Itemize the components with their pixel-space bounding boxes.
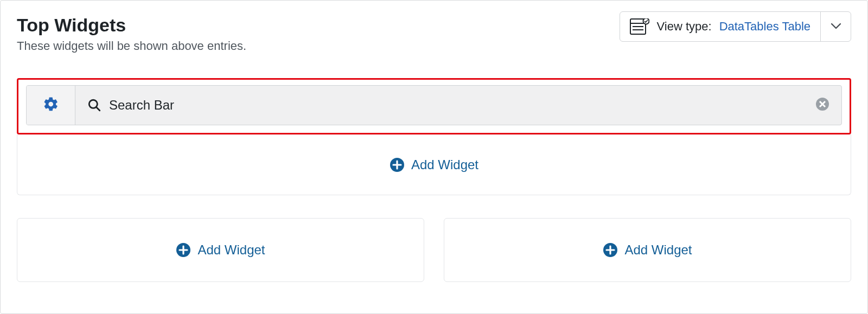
top-widgets-panel: Top Widgets These widgets will be shown … [0, 0, 868, 314]
view-type-value: DataTables Table [719, 20, 810, 34]
view-type-label: View type: [657, 20, 712, 34]
widget-settings-button[interactable] [27, 86, 75, 125]
page-title: Top Widgets [17, 15, 246, 36]
add-widget-label: Add Widget [411, 157, 478, 172]
title-block: Top Widgets These widgets will be shown … [17, 11, 246, 53]
add-widget-zone-full[interactable]: Add Widget [17, 134, 851, 195]
page-subtitle: These widgets will be shown above entrie… [17, 39, 246, 53]
view-type-main[interactable]: View type: DataTables Table [620, 12, 820, 41]
plus-circle-icon [603, 242, 618, 258]
add-widget-button[interactable]: Add Widget [390, 157, 478, 172]
close-circle-icon [815, 97, 829, 113]
widget-body[interactable]: Search Bar [75, 86, 803, 125]
add-widget-zone-right[interactable]: Add Widget [444, 218, 851, 282]
widget-remove-button[interactable] [803, 86, 841, 125]
gear-icon [43, 96, 59, 114]
table-icon [630, 18, 649, 35]
widget-label: Search Bar [109, 98, 174, 113]
add-widget-button[interactable]: Add Widget [603, 242, 692, 258]
svg-line-6 [96, 107, 99, 110]
add-widget-button[interactable]: Add Widget [176, 242, 265, 258]
plus-circle-icon [390, 157, 405, 172]
plus-circle-icon [176, 242, 191, 258]
add-widget-zone-left[interactable]: Add Widget [17, 218, 424, 282]
header-row: Top Widgets These widgets will be shown … [17, 11, 851, 53]
add-widget-label: Add Widget [624, 242, 692, 258]
add-widget-label: Add Widget [197, 242, 265, 258]
widget-highlight-zone: Search Bar [17, 78, 851, 134]
search-bar-widget[interactable]: Search Bar [26, 85, 842, 125]
view-type-dropdown-toggle[interactable] [820, 12, 851, 41]
chevron-down-icon [831, 22, 841, 31]
view-type-selector[interactable]: View type: DataTables Table [620, 11, 851, 42]
add-widget-row: Add Widget Add Widget [17, 218, 851, 282]
search-icon [87, 98, 101, 112]
